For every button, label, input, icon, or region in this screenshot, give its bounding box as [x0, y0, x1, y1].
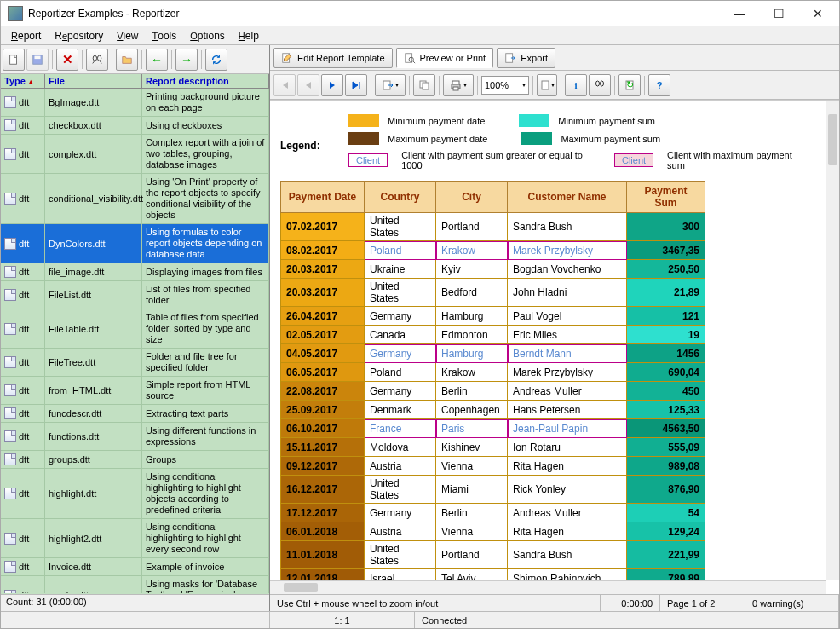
list-item[interactable]: dttfile_image.dttDisplaying images from …: [1, 263, 269, 281]
menu-options[interactable]: Options: [183, 28, 232, 43]
open-button[interactable]: [116, 49, 138, 71]
last-page-button[interactable]: [345, 74, 367, 96]
list-item[interactable]: dttcomplex.dttComplex report with a join…: [1, 135, 269, 174]
delete-button[interactable]: ✕: [56, 49, 78, 71]
tab-edit[interactable]: Edit Report Template: [273, 48, 393, 68]
info-button[interactable]: i: [565, 74, 587, 96]
svg-rect-2: [35, 55, 41, 59]
refresh-button[interactable]: [205, 49, 227, 71]
export-dropdown-button[interactable]: ▾: [375, 74, 406, 96]
table-row: 08.02.2017PolandKrakowMarek Przybylsky34…: [281, 241, 705, 260]
table-row: 09.12.2017AustriaViennaRita Hagen989,08: [281, 457, 705, 476]
svg-point-19: [596, 81, 600, 86]
table-row: 06.10.2017FranceParisJean-Paul Papin4563…: [281, 419, 705, 438]
list-item[interactable]: dttFileTable.dttTable of files from spec…: [1, 309, 269, 349]
list-item[interactable]: dttgroups.dttGroups: [1, 451, 269, 469]
print-dropdown-button[interactable]: ▾: [443, 74, 474, 96]
menu-view[interactable]: View: [110, 28, 145, 43]
list-item[interactable]: dttmasks.dttUsing masks for 'Database Te…: [1, 576, 269, 593]
horizontal-scrollbar[interactable]: [270, 580, 826, 594]
table-row: 12.01.2018IsraelTel AvivShimon Rabinovic…: [281, 569, 705, 581]
copy-button[interactable]: [413, 74, 435, 96]
left-toolbar: ✕ ← →: [1, 45, 269, 74]
file-icon: [4, 238, 16, 250]
menubar: Report Repository View Tools Options Hel…: [1, 26, 839, 45]
left-count: Count: 31 (0:00:00): [1, 594, 269, 611]
preview-area: Legend: Minimum payment date Minimum pay…: [270, 100, 839, 594]
next-button[interactable]: →: [175, 49, 198, 71]
col-header-file[interactable]: File: [45, 74, 142, 88]
list-item[interactable]: dttfuncdescr.dttExtracting text parts: [1, 405, 269, 423]
status-bar: 1: 1 Connected: [1, 611, 839, 628]
search-button[interactable]: [589, 74, 611, 96]
swatch-max-sum: [521, 132, 552, 145]
list-item[interactable]: dttBgImage.dttPrinting background pictur…: [1, 89, 269, 117]
app-icon: [8, 6, 23, 21]
svg-rect-8: [405, 53, 411, 62]
col-header-type[interactable]: Type▲: [1, 74, 45, 88]
help-button[interactable]: ?: [648, 74, 670, 96]
list-item[interactable]: dtthighlight.dttUsing conditional highli…: [1, 469, 269, 519]
file-icon: [4, 533, 16, 545]
file-icon: [4, 323, 16, 335]
first-page-button[interactable]: [273, 74, 296, 96]
prev-page-button[interactable]: [297, 74, 319, 96]
list-item[interactable]: dttFileList.dttList of files from specif…: [1, 281, 269, 309]
table-row: 17.12.2017GermanyBerlinAndreas Muller54: [281, 504, 705, 522]
vertical-scrollbar[interactable]: [826, 101, 839, 580]
table-row: 06.05.2017PolandKrakowMarek Przybylsky69…: [281, 363, 705, 382]
file-icon: [4, 96, 16, 108]
th-country: Country: [365, 182, 436, 213]
table-row: 25.09.2017DenmarkCopenhagenHans Petersen…: [281, 401, 705, 419]
export-icon: [504, 52, 516, 64]
table-row: 20.03.2017UkraineKyivBogdan Vovchenko250…: [281, 260, 705, 279]
file-icon: [4, 384, 16, 396]
th-sum: Payment Sum: [627, 182, 705, 213]
file-icon: [4, 148, 16, 160]
col-header-desc[interactable]: Report description: [142, 74, 269, 88]
svg-point-4: [97, 55, 101, 61]
file-icon: [4, 119, 16, 131]
list-item[interactable]: dttDynColors.dttUsing formulas to color …: [1, 224, 269, 263]
report-list: Type▲ File Report description dttBgImage…: [1, 74, 269, 594]
tab-export[interactable]: Export: [497, 48, 555, 68]
new-button[interactable]: [3, 49, 25, 71]
table-row: 02.05.2017CanadaEdmontonEric Miles19: [281, 326, 705, 344]
close-button[interactable]: ✕: [798, 2, 837, 26]
file-icon: [4, 561, 16, 573]
table-row: 26.04.2017GermanyHamburgPaul Vogel121: [281, 307, 705, 326]
menu-tools[interactable]: Tools: [146, 28, 184, 43]
next-page-button[interactable]: [321, 74, 343, 96]
find-button[interactable]: [86, 49, 108, 71]
tab-preview[interactable]: Preview or Print: [396, 48, 494, 68]
zoom-dropdown-button[interactable]: ▾: [537, 74, 557, 96]
status-time: 0:00:00: [601, 595, 660, 611]
zoom-combo[interactable]: 100%▾: [481, 76, 529, 95]
minimize-button[interactable]: —: [720, 2, 759, 26]
table-row: 04.05.2017GermanyHamburgBerndt Mann1456: [281, 344, 705, 363]
table-row: 07.02.2017United StatesPortlandSandra Bu…: [281, 213, 705, 241]
list-item[interactable]: dttFileTree.dttFolder and file tree for …: [1, 349, 269, 377]
list-item[interactable]: dtthighlight2.dttUsing conditional highl…: [1, 519, 269, 558]
list-item[interactable]: dttfunctions.dttUsing different function…: [1, 423, 269, 451]
prev-button[interactable]: ←: [146, 49, 168, 71]
status-hint: Use Ctrl + mouse wheel to zoom in/out: [270, 595, 601, 611]
svg-line-10: [412, 61, 415, 63]
save-button[interactable]: [26, 49, 49, 71]
menu-help[interactable]: Help: [232, 28, 266, 43]
swatch-max-date: [348, 132, 379, 145]
list-item[interactable]: dttfrom_HTML.dttSimple report from HTML …: [1, 377, 269, 405]
th-city: City: [436, 182, 508, 213]
edit-icon: [281, 52, 293, 64]
list-item[interactable]: dttInvoice.dttExample of invoice: [1, 558, 269, 576]
svg-rect-14: [423, 83, 429, 89]
legend: Legend: Minimum payment date Minimum pay…: [280, 109, 808, 181]
menu-report[interactable]: Report: [4, 28, 48, 43]
file-icon: [4, 430, 16, 442]
list-item[interactable]: dttcheckbox.dttUsing checkboxes: [1, 117, 269, 135]
maximize-button[interactable]: ☐: [759, 2, 798, 26]
menu-repository[interactable]: Repository: [48, 28, 110, 43]
list-item[interactable]: dttconditional_visibility.dttUsing 'On P…: [1, 174, 269, 224]
right-panel: Edit Report Template Preview or Print Ex…: [270, 45, 839, 611]
reload-button[interactable]: ↻: [618, 74, 641, 96]
